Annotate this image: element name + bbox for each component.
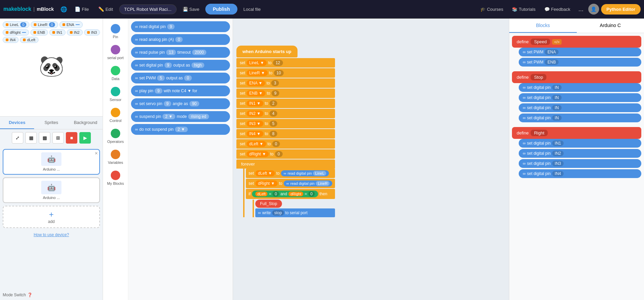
cat-operators[interactable]: Operators <box>104 126 127 146</box>
cat-dot-pin <box>111 24 120 33</box>
edit-menu[interactable]: ✏️ Edit <box>95 4 116 14</box>
local-file-button[interactable]: Local file <box>240 5 264 14</box>
nav-right: 🎓 Courses 📚 Tutorials 💬 Feedback ... 👤 P… <box>477 4 641 15</box>
file-icon: 📄 <box>75 6 80 12</box>
set-pwm-enb-block[interactable]: ∞ set PWM ENB <box>519 58 641 67</box>
cat-label-operators: Operators <box>107 140 124 144</box>
var-dot <box>6 31 8 34</box>
cat-pin[interactable]: Pin <box>104 21 127 42</box>
hat-label: when Arduino starts up <box>242 49 291 54</box>
define-right-block[interactable]: define Right <box>512 127 641 139</box>
how-to-link[interactable]: How to use device? <box>32 231 71 239</box>
tutorials-button[interactable]: 📚 Tutorials <box>509 5 539 14</box>
save-button[interactable]: 💾 Save <box>179 5 203 14</box>
cat-label-serial: serial port <box>107 56 124 60</box>
add-label: add <box>7 219 96 224</box>
python-editor-button[interactable]: Python Editor <box>601 4 641 15</box>
makeblock-logo: makeblock <box>3 6 31 12</box>
publish-button[interactable]: Publish <box>205 4 237 15</box>
project-name-button[interactable]: TCPL Robot Wall Raci... <box>119 4 177 14</box>
cat-variables[interactable]: Variables <box>104 147 127 167</box>
help-icon[interactable]: ❓ <box>27 293 32 297</box>
globe-button[interactable]: 🌐 <box>59 5 69 14</box>
stop-set-in2[interactable]: ∞ set digital pin IN <box>519 93 641 102</box>
expand-button[interactable]: ⤢ <box>12 132 23 144</box>
layout-button[interactable]: ▦ <box>25 132 37 144</box>
feedback-button[interactable]: 💬 Feedback <box>541 5 574 14</box>
block-play-pin[interactable]: ∞ play pin 9 with note C4 ▼ for <box>131 85 230 96</box>
stop-set-in1[interactable]: ∞ set digital pin IN <box>519 83 641 92</box>
device-card-1[interactable]: ✕ 🤖 Arduino ... <box>3 149 100 175</box>
courses-button[interactable]: 🎓 Courses <box>477 5 507 14</box>
var-dot <box>23 39 26 41</box>
brand-logo: makeblock | mBlock <box>3 6 54 12</box>
right-set-in3[interactable]: ∞ set digital pin IN3 <box>519 159 641 168</box>
set-ena-block: set ENA ▼ to 3 <box>236 78 335 88</box>
cat-dot-variables <box>111 150 120 159</box>
right-inner-blocks: ∞ set digital pin IN1 ∞ set digital pin … <box>519 139 641 178</box>
cat-dot-data <box>111 66 120 75</box>
define-stop-block[interactable]: define Stop <box>512 71 641 83</box>
define-speed-block[interactable]: define Speed </> <box>512 36 641 48</box>
block-read-analog[interactable]: ∞ read analog pin (A) 0 <box>131 34 230 45</box>
define-label: define <box>517 39 529 44</box>
var-dright: dRight <box>3 29 29 35</box>
plus-icon: + <box>7 210 96 219</box>
cat-data[interactable]: Data <box>104 63 127 83</box>
right-set-in4[interactable]: ∞ set digital pin IN4 <box>519 169 641 178</box>
cat-sensor[interactable]: Sensor <box>104 84 127 104</box>
cat-label-data: Data <box>111 77 119 81</box>
set-enb-block: set ENB ▼ to 9 <box>236 89 335 98</box>
play-button[interactable]: ▶ <box>79 132 91 144</box>
save-icon: 💾 <box>183 7 188 12</box>
stop-set-in4[interactable]: ∞ set digital pin IN <box>519 114 641 122</box>
mode-switch-label: Mode Switch <box>3 293 26 297</box>
infinity-icon: ∞ <box>135 76 138 80</box>
grid-button[interactable]: ⊞ <box>52 132 64 144</box>
tab-arduino-c[interactable]: Arduino C <box>577 19 644 33</box>
workspace-canvas[interactable]: when Arduino starts up set LineL ▼ to 12… <box>233 19 509 300</box>
stop-set-in3[interactable]: ∞ set digital pin IN <box>519 103 641 112</box>
stop-button[interactable]: ■ <box>66 132 77 144</box>
block-read-digital[interactable]: ∞ read digital pin 9 <box>131 21 230 32</box>
cat-serial[interactable]: serial port <box>104 42 127 62</box>
set-in2-block: set IN2 ▼ to 4 <box>236 109 335 118</box>
set-dleft-read-block: set dLeft ▼ to ∞ read digital pin LineL <box>246 169 335 178</box>
cat-control[interactable]: Control <box>104 105 127 125</box>
blocks-panel: Pin serial port Data Sensor Control <box>103 19 233 300</box>
write-stop-block: ∞ write stop to serial port <box>255 208 335 217</box>
block-set-digital[interactable]: ∞ set digital pin 9 output as high <box>131 60 230 71</box>
tab-sprites[interactable]: Sprites <box>34 117 68 129</box>
tab-devices[interactable]: Devices <box>0 117 34 129</box>
feedback-icon: 💬 <box>544 7 550 12</box>
tab-background[interactable]: Background <box>69 117 103 129</box>
left-panel: LineL 0 LineR 0 ENA dRight <box>0 19 103 300</box>
block-read-pulse[interactable]: ∞ read pulse pin 13 timeout 2000 <box>131 47 230 58</box>
cat-label-variables: Variables <box>108 160 123 165</box>
set-pwm-ena-block[interactable]: ∞ set PWM ENA <box>519 48 641 56</box>
forever-block: forever <box>236 159 335 169</box>
infinity-icon: ∞ <box>135 114 138 119</box>
block-set-pwm[interactable]: ∞ set PWM 5 output as 0 <box>131 73 230 83</box>
add-device-button[interactable]: + add <box>3 206 100 228</box>
right-set-in2[interactable]: ∞ set digital pin IN2 <box>519 149 641 158</box>
avatar[interactable]: 👤 <box>588 4 599 15</box>
block-no-suspend[interactable]: ∞ do not suspend pin 2 ▼ <box>131 124 230 135</box>
block-suspend-pin[interactable]: ∞ suspend pin 2 ▼ mode rising ed <box>131 111 230 122</box>
more-button[interactable]: ... <box>576 4 586 14</box>
right-set-in1[interactable]: ∞ set digital pin IN1 <box>519 139 641 148</box>
infinity-icon: ∞ <box>135 89 138 93</box>
cat-dot-serial <box>111 45 120 54</box>
close-icon[interactable]: ✕ <box>95 151 98 156</box>
var-dleft: dLeft <box>20 37 38 43</box>
tab-blocks[interactable]: Blocks <box>509 19 577 33</box>
infinity-icon: ∞ <box>135 63 138 68</box>
var-dot <box>33 31 36 34</box>
split-button[interactable]: ▩ <box>39 132 50 144</box>
cat-myblocks[interactable]: My Blocks <box>104 168 127 188</box>
file-menu[interactable]: 📄 File <box>71 4 92 14</box>
device-card-2[interactable]: 🤖 Arduino ... <box>3 177 100 203</box>
blocks-panel-inner: Pin serial port Data Sensor Control <box>103 19 233 300</box>
block-servo[interactable]: ∞ set servo pin 9 angle as 90 <box>131 98 230 109</box>
speed-label: Speed <box>531 39 550 45</box>
